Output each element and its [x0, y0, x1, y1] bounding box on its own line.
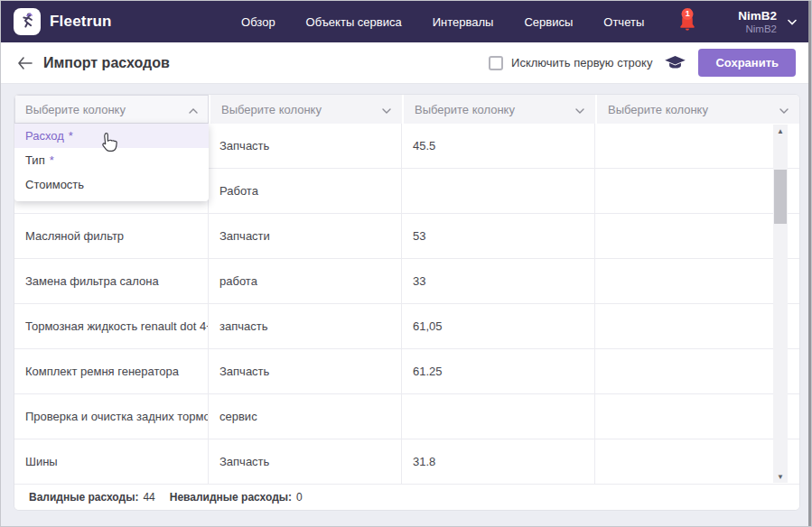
column-select-1[interactable]: Выберите колонку — [14, 95, 209, 124]
dropdown-option-stoimost[interactable]: Стоимость — [14, 172, 209, 197]
dropdown-option-tip[interactable]: Тип * — [14, 148, 209, 172]
toolbar-actions: Исключить первую строку Сохранить — [489, 49, 808, 77]
cell-cost: 53 — [402, 214, 595, 258]
cell-type: Запчасть — [209, 439, 402, 484]
brand-name: Fleetrun — [50, 13, 112, 31]
user-menu[interactable]: NimB2 NimB2 — [738, 9, 777, 34]
option-label: Расход — [25, 129, 64, 143]
cell-expense: Замена фильтра салона — [14, 259, 209, 303]
nav-item-service-objects[interactable]: Объекты сервиса — [306, 15, 402, 29]
cell-cost: 33 — [402, 259, 595, 303]
column-select-1-label: Выберите колонку — [25, 103, 126, 116]
runner-icon — [18, 11, 36, 32]
top-navigation-bar: Fleetrun Обзор Объекты сервиса Интервалы… — [1, 1, 811, 42]
table-row: Проверка и очистка задних тормоз... серв… — [14, 394, 799, 439]
invalid-expenses-stat: Невалидные расходы: 0 — [170, 491, 303, 504]
cell-expense: Тормозная жидкость renault dot 4+ ... — [14, 304, 209, 348]
back-arrow-icon[interactable] — [17, 57, 33, 69]
fleetrun-logo[interactable] — [14, 8, 41, 35]
cell-extra — [595, 349, 799, 393]
cell-type: сервис — [209, 394, 402, 439]
cell-type: Запчасть — [209, 349, 402, 393]
cell-cost: 31.8 — [402, 439, 595, 484]
column-select-2[interactable]: Выберите колонку — [209, 95, 402, 124]
column-select-4-label: Выберите колонку — [608, 103, 708, 116]
required-marker: * — [69, 129, 73, 143]
cell-type: Запчасти — [209, 214, 402, 258]
cell-type: запчасть — [209, 304, 402, 348]
exclude-first-row-checkbox[interactable] — [489, 56, 503, 70]
chevron-down-icon — [575, 103, 584, 116]
invalid-expenses-value: 0 — [296, 491, 303, 504]
user-chevron-down-icon[interactable] — [788, 19, 797, 25]
cell-cost: 45.5 — [402, 124, 595, 168]
page-toolbar: Импорт расходов Исключить первую строку … — [1, 42, 808, 84]
table-row: Тормозная жидкость renault dot 4+ ... за… — [14, 304, 799, 349]
user-name: NimB2 — [738, 9, 777, 23]
cell-extra — [595, 439, 799, 484]
cell-extra — [595, 259, 799, 303]
column-select-4[interactable]: Выберите колонку — [595, 95, 799, 124]
dropdown-option-rashod[interactable]: Расход * — [14, 124, 209, 148]
app-window: Fleetrun Обзор Объекты сервиса Интервалы… — [0, 0, 812, 527]
chevron-down-icon — [382, 103, 391, 116]
nav-item-services[interactable]: Сервисы — [524, 15, 573, 29]
page-title: Импорт расходов — [43, 55, 170, 71]
option-label: Тип — [25, 153, 45, 167]
notifications-bell-icon[interactable]: 1 — [678, 12, 696, 32]
chevron-down-icon — [779, 103, 789, 116]
table-row: Комплект ремня генератора Запчасть 61.25 — [14, 349, 799, 394]
cell-extra — [595, 394, 799, 439]
validation-summary: Валидные расходы: 44 Невалидные расходы:… — [14, 485, 799, 510]
column-mapping-header: Выберите колонку Выберите колонку Выбери… — [14, 95, 799, 124]
nav-item-intervals[interactable]: Интервалы — [433, 15, 494, 29]
cell-expense: Масляной фильтр — [14, 214, 209, 258]
cell-expense: Шины — [14, 439, 209, 484]
chevron-up-icon — [189, 103, 198, 116]
nav-item-overview[interactable]: Обзор — [241, 15, 275, 29]
scrollbar-thumb[interactable] — [774, 170, 787, 224]
import-table-card: Выберите колонку Выберите колонку Выбери… — [14, 94, 800, 511]
table-row: Масляной фильтр Запчасти 53 — [14, 214, 799, 259]
scroll-down-arrow-icon[interactable]: ▼ — [773, 470, 788, 483]
cell-extra — [595, 169, 799, 213]
exclude-first-row-label: Исключить первую строку — [511, 56, 652, 69]
nav-item-reports[interactable]: Отчеты — [603, 15, 644, 29]
save-button[interactable]: Сохранить — [698, 49, 796, 77]
valid-expenses-stat: Валидные расходы: 44 — [29, 491, 155, 504]
table-row: Замена фильтра салона работа 33 — [14, 259, 799, 304]
column-select-3[interactable]: Выберите колонку — [402, 95, 595, 124]
column-select-3-label: Выберите колонку — [415, 103, 515, 116]
option-label: Стоимость — [25, 178, 84, 191]
cell-expense: Комплект ремня генератора — [14, 349, 209, 393]
cell-cost — [402, 394, 595, 439]
column-select-2-label: Выберите колонку — [221, 103, 322, 116]
cell-cost: 61.25 — [402, 349, 595, 393]
notification-count-badge: 1 — [682, 8, 694, 20]
cell-expense: Проверка и очистка задних тормоз... — [14, 394, 209, 439]
main-nav: Обзор Объекты сервиса Интервалы Сервисы … — [241, 15, 644, 29]
valid-expenses-value: 44 — [143, 491, 154, 504]
window-right-edge — [808, 1, 811, 526]
table-row: Шины Запчасть 31.8 — [14, 439, 799, 485]
graduation-cap-icon[interactable] — [665, 56, 686, 70]
cell-extra — [595, 124, 799, 168]
cell-type: Работа — [209, 169, 402, 213]
cell-extra — [595, 304, 799, 348]
user-account: NimB2 — [738, 23, 777, 34]
cell-type: Запчасть — [209, 124, 402, 168]
invalid-expenses-label: Невалидные расходы: — [170, 491, 292, 504]
cell-extra — [595, 214, 799, 258]
scroll-up-arrow-icon[interactable]: ▲ — [773, 125, 788, 137]
cell-type: работа — [209, 259, 402, 303]
column-options-dropdown: Расход * Тип * Стоимость — [14, 124, 209, 201]
cell-cost — [402, 169, 595, 213]
required-marker: * — [50, 153, 54, 167]
valid-expenses-label: Валидные расходы: — [29, 491, 138, 504]
cell-cost: 61,05 — [402, 304, 595, 348]
table-scrollbar[interactable]: ▲ ▼ — [773, 125, 788, 483]
